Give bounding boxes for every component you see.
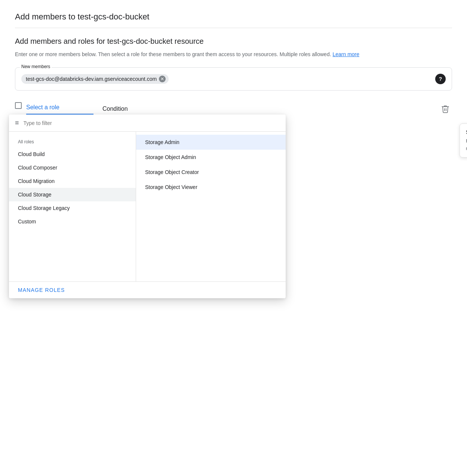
left-panel: All roles Cloud Build Cloud Composer Clo… bbox=[9, 132, 136, 281]
learn-more-link[interactable]: Learn more bbox=[332, 51, 359, 57]
help-icon[interactable]: ? bbox=[435, 74, 446, 84]
right-panel: Storage Admin Storage Object Admin Stora… bbox=[136, 132, 286, 281]
role-item-storage-object-viewer[interactable]: Storage Object Viewer bbox=[136, 180, 286, 195]
sidebar-item-cloud-migration[interactable]: Cloud Migration bbox=[9, 174, 136, 188]
manage-roles-button[interactable]: MANAGE ROLES bbox=[18, 287, 65, 293]
members-input-row: test-gcs-doc@databricks-dev.iam.gservice… bbox=[21, 74, 446, 84]
sidebar-item-cloud-build[interactable]: Cloud Build bbox=[9, 147, 136, 161]
manage-roles-row: MANAGE ROLES bbox=[9, 281, 286, 298]
member-chip: test-gcs-doc@databricks-dev.iam.gservice… bbox=[21, 74, 169, 84]
delete-button[interactable] bbox=[439, 102, 452, 117]
role-item-storage-admin[interactable]: Storage Admin bbox=[136, 135, 286, 150]
role-tooltip: Storage Admin Full control of GCS resour… bbox=[460, 123, 467, 158]
sidebar-item-cloud-storage[interactable]: Cloud Storage bbox=[9, 188, 136, 201]
select-role-button[interactable]: Select a role bbox=[26, 101, 93, 115]
filter-row: ≡ bbox=[9, 115, 286, 132]
members-section: New members test-gcs-doc@databricks-dev.… bbox=[15, 67, 452, 91]
sidebar-item-cloud-storage-legacy[interactable]: Cloud Storage Legacy bbox=[9, 201, 136, 215]
checkbox[interactable] bbox=[15, 102, 22, 109]
section-title: Add members and roles for test-gcs-doc-b… bbox=[15, 37, 452, 46]
chip-close-button[interactable]: ✕ bbox=[159, 76, 166, 82]
filter-icon: ≡ bbox=[15, 119, 19, 127]
dropdown-body: All roles Cloud Build Cloud Composer Clo… bbox=[9, 132, 286, 281]
members-label: New members bbox=[20, 64, 52, 69]
sidebar-item-cloud-composer[interactable]: Cloud Composer bbox=[9, 161, 136, 174]
select-role-wrapper: Select a role ≡ All roles Cloud Build Cl… bbox=[15, 101, 93, 118]
role-row: Select a role ≡ All roles Cloud Build Cl… bbox=[15, 101, 452, 118]
filter-input[interactable] bbox=[24, 120, 280, 126]
all-roles-label: All roles bbox=[9, 136, 136, 147]
condition-label: Condition bbox=[102, 103, 128, 115]
role-item-storage-object-creator[interactable]: Storage Object Creator bbox=[136, 165, 286, 180]
role-dropdown: ≡ All roles Cloud Build Cloud Composer C… bbox=[9, 115, 286, 298]
description-text: Enter one or more members below. Then se… bbox=[15, 50, 452, 58]
role-item-storage-object-admin[interactable]: Storage Object Admin bbox=[136, 150, 286, 165]
page-title: Add members to test-gcs-doc-bucket bbox=[15, 12, 452, 28]
checkbox-area: Select a role bbox=[15, 101, 93, 115]
sidebar-item-custom[interactable]: Custom bbox=[9, 215, 136, 228]
chip-email: test-gcs-doc@databricks-dev.iam.gservice… bbox=[26, 76, 157, 82]
